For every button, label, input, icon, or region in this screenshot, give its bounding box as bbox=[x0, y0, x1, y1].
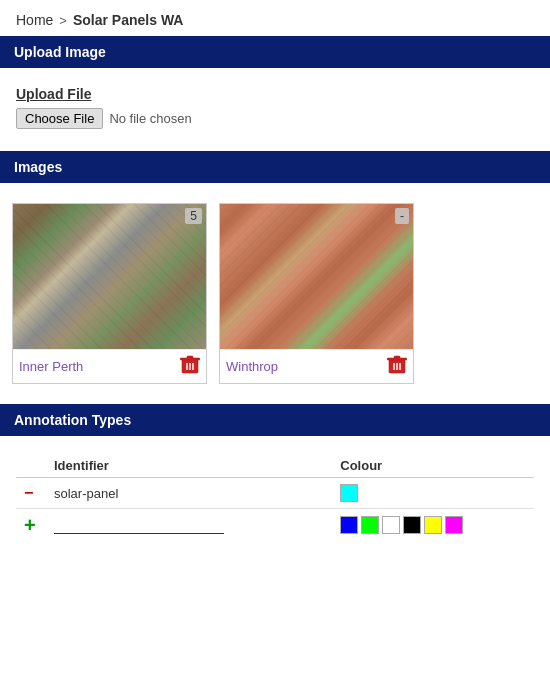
identifier-cell: solar-panel bbox=[46, 478, 300, 509]
annotation-identifier: solar-panel bbox=[54, 486, 118, 501]
image-card-winthrop: - Winthrop bbox=[219, 203, 414, 384]
col-identifier-header: Identifier bbox=[46, 454, 300, 478]
colour-swatch-yellow[interactable] bbox=[424, 516, 442, 534]
image-label-winthrop: Winthrop bbox=[226, 359, 278, 374]
minus-cell: − bbox=[16, 478, 46, 509]
colour-swatch-blue[interactable] bbox=[340, 516, 358, 534]
annotation-types-header: Annotation Types bbox=[0, 404, 550, 436]
new-colour-cell bbox=[300, 509, 534, 542]
new-annotation-input[interactable] bbox=[54, 516, 224, 534]
new-identifier-cell bbox=[46, 509, 300, 542]
breadcrumb-separator: > bbox=[59, 13, 67, 28]
breadcrumb-home[interactable]: Home bbox=[16, 12, 53, 28]
svg-rect-2 bbox=[180, 358, 200, 360]
svg-rect-8 bbox=[387, 358, 407, 360]
colour-swatches bbox=[340, 516, 526, 534]
upload-file-label: Upload File bbox=[16, 86, 534, 102]
image-area-winthrop: - bbox=[220, 204, 413, 349]
image-area-inner-perth: 5 bbox=[13, 204, 206, 349]
trash-icon-winthrop bbox=[387, 354, 407, 376]
annotation-table: Identifier Colour − solar-panel bbox=[16, 454, 534, 541]
colour-swatch-black[interactable] bbox=[403, 516, 421, 534]
add-annotation-button[interactable]: + bbox=[24, 514, 36, 536]
file-input-row: Choose File No file chosen bbox=[16, 108, 534, 129]
image-footer-inner-perth: Inner Perth bbox=[13, 349, 206, 383]
delete-winthrop-button[interactable] bbox=[387, 354, 407, 379]
remove-annotation-button[interactable]: − bbox=[24, 484, 33, 501]
breadcrumb-current: Solar Panels WA bbox=[73, 12, 183, 28]
image-card-inner-perth: 5 Inner Perth bbox=[12, 203, 207, 384]
images-grid: 5 Inner Perth bbox=[12, 203, 538, 384]
image-label-inner-perth: Inner Perth bbox=[19, 359, 83, 374]
trash-icon bbox=[180, 354, 200, 376]
breadcrumb: Home > Solar Panels WA bbox=[0, 0, 550, 36]
image-badge-winthrop: - bbox=[395, 208, 409, 224]
new-annotation-row: + bbox=[16, 509, 534, 542]
aerial-image-winthrop bbox=[220, 204, 413, 349]
colour-cell bbox=[300, 478, 534, 509]
choose-file-button[interactable]: Choose File bbox=[16, 108, 103, 129]
col-colour-header: Colour bbox=[300, 454, 534, 478]
annotation-types-section: Annotation Types Identifier Colour − sol… bbox=[0, 404, 550, 557]
image-badge-inner-perth: 5 bbox=[185, 208, 202, 224]
colour-swatch-white[interactable] bbox=[382, 516, 400, 534]
annotation-row-solar-panel: − solar-panel bbox=[16, 478, 534, 509]
upload-image-section: Upload Image Upload File Choose File No … bbox=[0, 36, 550, 141]
colour-swatch-green[interactable] bbox=[361, 516, 379, 534]
images-section: Images 5 Inner Perth bbox=[0, 151, 550, 394]
images-header: Images bbox=[0, 151, 550, 183]
colour-swatch-cyan[interactable] bbox=[340, 484, 358, 502]
aerial-image-inner-perth bbox=[13, 204, 206, 349]
upload-image-header: Upload Image bbox=[0, 36, 550, 68]
image-footer-winthrop: Winthrop bbox=[220, 349, 413, 383]
no-file-text: No file chosen bbox=[109, 111, 191, 126]
delete-inner-perth-button[interactable] bbox=[180, 354, 200, 379]
col-action-header bbox=[16, 454, 46, 478]
colour-swatch-magenta[interactable] bbox=[445, 516, 463, 534]
plus-cell: + bbox=[16, 509, 46, 542]
